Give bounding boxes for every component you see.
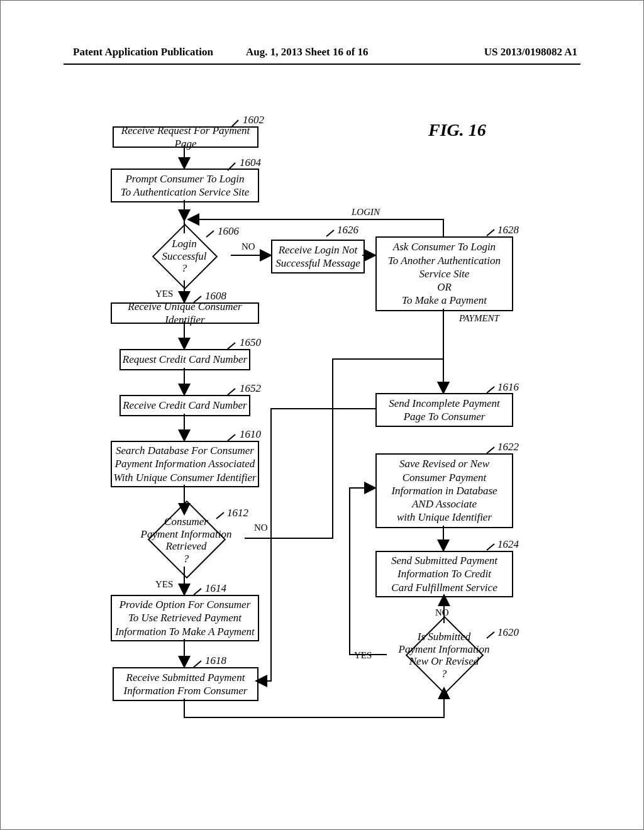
arrows-overlay [1, 1, 644, 830]
box-1604: Prompt Consumer To Login To Authenticati… [111, 169, 259, 202]
ref-1604: 1604 [240, 157, 261, 169]
label-yes-1606: YES [155, 289, 173, 299]
ref-1610: 1610 [240, 428, 261, 441]
figure-label: FIG. 16 [428, 120, 486, 140]
ref-1622: 1622 [497, 441, 519, 453]
ref-1626: 1626 [337, 224, 358, 236]
ref-1606: 1606 [218, 225, 239, 238]
ref-1628: 1628 [497, 224, 519, 236]
diamond-1606: Login Successful ? [138, 230, 231, 280]
page: Patent Application Publication Aug. 1, 2… [0, 0, 644, 830]
label-no-1620: NO [435, 607, 449, 618]
ref-1650: 1650 [240, 336, 261, 349]
box-1624: Send Submitted Payment Information To Cr… [375, 551, 513, 597]
ref-1612: 1612 [227, 507, 248, 519]
label-no-1606: NO [242, 241, 255, 252]
diamond-1620: Is Submitted Payment Information New Or … [384, 620, 504, 689]
ref-1620: 1620 [497, 626, 519, 639]
ref-1608: 1608 [205, 290, 226, 302]
box-1628: Ask Consumer To Login To Another Authent… [375, 236, 513, 311]
flowchart: FIG. 16 Receive Request For Payment Page… [1, 1, 644, 830]
label-yes-1620: YES [354, 650, 372, 661]
box-1608: Receive Unique Consumer Identifier [111, 302, 259, 324]
box-1616: Send Incomplete Payment Page To Consumer [375, 393, 513, 427]
ref-1624: 1624 [497, 538, 519, 551]
box-1618: Receive Submitted Payment Information Fr… [113, 667, 258, 701]
ref-1602: 1602 [243, 114, 264, 126]
ref-1616: 1616 [497, 381, 519, 394]
box-1614: Provide Option For Consumer To Use Retri… [111, 595, 259, 641]
ref-1652: 1652 [240, 382, 261, 395]
label-payment: PAYMENT [459, 313, 499, 324]
box-1622: Save Revised or New Consumer Payment Inf… [375, 453, 513, 528]
box-1602: Receive Request For Payment Page [113, 126, 258, 148]
box-1650: Request Credit Card Number [119, 349, 250, 370]
box-1610: Search Database For Consumer Payment Inf… [111, 441, 259, 487]
label-login: LOGIN [352, 207, 380, 218]
ref-1614: 1614 [205, 582, 226, 595]
label-no-1612: NO [254, 523, 268, 533]
label-yes-1612: YES [155, 579, 173, 590]
box-1626: Receive Login Not Successful Message [271, 240, 365, 274]
ref-1618: 1618 [205, 655, 226, 667]
box-1652: Receive Credit Card Number [119, 395, 250, 416]
